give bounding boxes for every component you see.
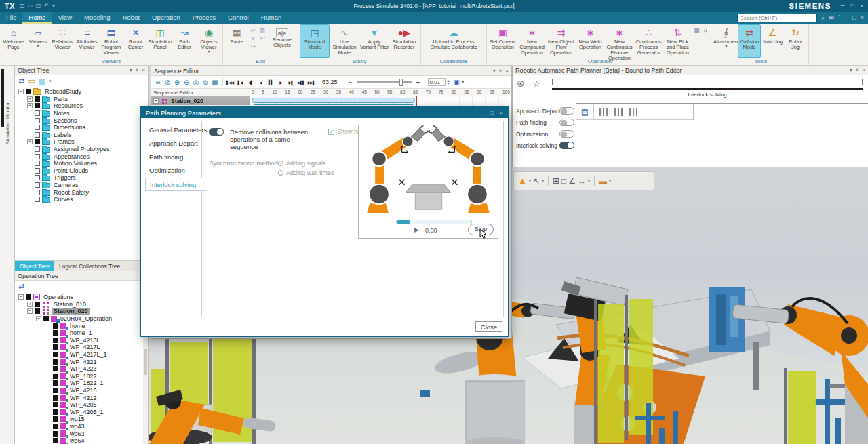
- set-current-operation-button[interactable]: ▣ Set Current Operation: [488, 24, 517, 58]
- undo-icon[interactable]: ↶: [44, 3, 49, 9]
- box-icon[interactable]: □: [561, 172, 566, 190]
- tree-row[interactable]: WP_4205_1: [15, 409, 148, 416]
- visibility-checkbox[interactable]: [26, 89, 31, 94]
- tree-row[interactable]: WP_4217L_1: [15, 351, 148, 359]
- simulation-recorder-button[interactable]: ●▶ Simulation Recorder: [389, 24, 419, 58]
- upload-to-collaborate-button[interactable]: ☁ Upload to Process Simulate Collaborate: [422, 24, 485, 58]
- step-forward-button[interactable]: ▶▌: [287, 80, 295, 85]
- viewers-button[interactable]: ▱ Viewers ▾: [26, 24, 50, 58]
- gantt-bar-station-020[interactable]: [252, 98, 415, 103]
- new-continuous-feature-operation-button[interactable]: ∗ New Continuous Feature Operation: [605, 24, 634, 58]
- visibility-checkbox[interactable]: [53, 359, 58, 365]
- expand-toggle[interactable]: [45, 438, 51, 443]
- illustration-play-button[interactable]: ▶: [414, 226, 419, 233]
- zoom-out-icon[interactable]: ⊖: [182, 79, 191, 86]
- tree-row[interactable]: Frames: [15, 138, 148, 146]
- tree-row[interactable]: home: [15, 322, 148, 329]
- tree-row[interactable]: Appearances: [15, 153, 148, 160]
- caret-down-icon[interactable]: ▾: [49, 79, 52, 84]
- operation-dots-icon[interactable]: ⠿: [701, 26, 710, 35]
- tree-row[interactable]: Point Clouds: [15, 167, 148, 175]
- visibility-checkbox[interactable]: [53, 380, 58, 386]
- visibility-checkbox[interactable]: [35, 118, 40, 123]
- tree-row[interactable]: WP_4213L: [15, 337, 148, 344]
- maximize-icon[interactable]: □: [852, 15, 856, 21]
- visibility-checkbox[interactable]: [35, 175, 40, 180]
- expand-toggle[interactable]: [27, 182, 33, 188]
- visibility-checkbox[interactable]: [35, 302, 40, 307]
- close-icon[interactable]: ×: [505, 67, 509, 75]
- radio-button[interactable]: [278, 161, 283, 166]
- tree-row[interactable]: Cameras: [15, 182, 148, 189]
- visibility-checkbox[interactable]: [35, 103, 40, 108]
- expand-toggle[interactable]: [27, 118, 33, 123]
- menu-control[interactable]: Control: [222, 12, 255, 24]
- visibility-checkbox[interactable]: [53, 388, 58, 393]
- tree-row[interactable]: wp43: [15, 423, 148, 430]
- expand-toggle[interactable]: [153, 98, 159, 104]
- visibility-checkbox[interactable]: [35, 168, 40, 174]
- chat-icon[interactable]: ✉: [829, 15, 834, 21]
- visibility-checkbox[interactable]: [26, 294, 31, 300]
- close-button[interactable]: Close: [475, 321, 502, 332]
- visibility-checkbox[interactable]: [35, 154, 40, 159]
- expand-toggle[interactable]: [27, 154, 33, 159]
- dialog-tab[interactable]: Approach Depart: [145, 137, 203, 150]
- visibility-checkbox[interactable]: [35, 308, 40, 314]
- expand-toggle[interactable]: [45, 409, 51, 415]
- expand-toggle[interactable]: [45, 424, 51, 429]
- timeline-ruler[interactable]: 0510152025303540455055606570758085909510…: [250, 89, 511, 96]
- tree-row[interactable]: WP_4216: [15, 387, 148, 395]
- minimize-icon[interactable]: ─: [841, 3, 845, 9]
- gantt-options-icon[interactable]: ▦: [210, 79, 220, 86]
- expand-toggle[interactable]: [27, 96, 33, 102]
- menu-file[interactable]: File: [0, 12, 22, 24]
- play-backward-button[interactable]: ◀: [256, 80, 264, 85]
- dialog-titlebar[interactable]: Path Planning Parameters ─□×: [141, 107, 508, 118]
- attributes-viewer-button[interactable]: ≡ Attributes Viewer: [75, 24, 99, 58]
- columns-icon[interactable]: [614, 108, 623, 116]
- tree-sync-icon[interactable]: ⇄: [18, 77, 24, 85]
- expand-toggle[interactable]: [45, 366, 51, 371]
- expand-toggle[interactable]: [27, 132, 33, 138]
- save-icon[interactable]: ◫: [20, 3, 25, 9]
- copy-icon[interactable]: ▥: [258, 26, 267, 35]
- time-step-input[interactable]: 0.01: [428, 78, 446, 86]
- pin-icon[interactable]: ⌖: [856, 66, 859, 75]
- expand-toggle[interactable]: [45, 402, 51, 407]
- menu-process[interactable]: Process: [186, 12, 222, 24]
- cone-icon[interactable]: ▲: [518, 172, 527, 190]
- expand-toggle[interactable]: [27, 139, 33, 144]
- time-step-spinner[interactable]: ▲▼: [447, 79, 450, 85]
- visibility-checkbox[interactable]: [53, 374, 58, 379]
- scrollbar-thumb[interactable]: [144, 349, 147, 375]
- window-icon[interactable]: ▢: [36, 3, 41, 9]
- expand-toggle[interactable]: [27, 146, 33, 152]
- menu-view[interactable]: View: [52, 12, 78, 24]
- expand-toggle[interactable]: [36, 316, 41, 321]
- expand-toggle[interactable]: [27, 125, 33, 130]
- caret-down-icon[interactable]: ▾: [850, 66, 852, 75]
- expand-toggle[interactable]: [27, 197, 33, 202]
- visibility-checkbox[interactable]: [35, 125, 40, 130]
- interval-forward-button[interactable]: ▶▌▌: [297, 80, 305, 85]
- radio-button[interactable]: [278, 170, 283, 176]
- tree-row[interactable]: Station_010: [15, 301, 148, 308]
- caret-down-icon[interactable]: ▾: [462, 79, 465, 85]
- expand-toggle[interactable]: [45, 344, 51, 350]
- gear-icon[interactable]: ⊛: [517, 78, 525, 89]
- visibility-checkbox[interactable]: [35, 139, 40, 144]
- paint-icon[interactable]: ▬: [599, 172, 607, 190]
- new-object-flow-operation-button[interactable]: ⇉ New Object Flow Operation: [547, 24, 576, 58]
- tree-row[interactable]: Sections: [15, 117, 148, 124]
- jump-to-start-button[interactable]: ▌◀◀: [226, 80, 234, 85]
- search-input[interactable]: [737, 14, 817, 22]
- tree-row[interactable]: WP_1822_1: [15, 380, 148, 387]
- joint-jog-button[interactable]: ∠ Joint Jog: [761, 24, 784, 58]
- visibility-checkbox[interactable]: [43, 316, 49, 321]
- expand-toggle[interactable]: [27, 103, 33, 108]
- expand-toggle[interactable]: [27, 168, 33, 174]
- dialog-tab[interactable]: Interlock solving: [145, 178, 207, 191]
- visibility-checkbox[interactable]: [53, 416, 58, 422]
- tree-row[interactable]: WP_1822: [15, 373, 148, 380]
